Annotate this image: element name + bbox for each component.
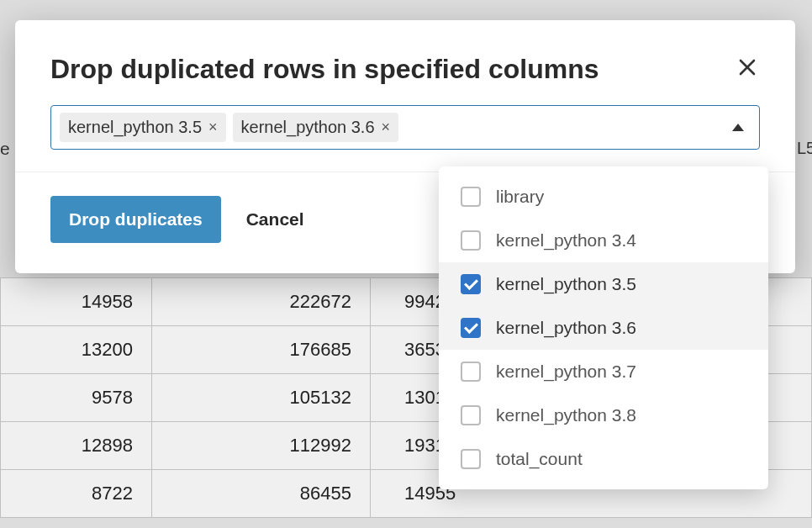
- close-button[interactable]: [735, 54, 760, 84]
- dropdown-option[interactable]: kernel_python 3.6: [439, 306, 768, 350]
- column-header-fragment: e: [0, 139, 10, 159]
- option-label: kernel_python 3.8: [496, 405, 636, 425]
- column-header-fragment: L5: [797, 139, 812, 158]
- checkbox[interactable]: [461, 362, 481, 382]
- chip-remove-icon[interactable]: ×: [208, 119, 218, 136]
- cancel-button[interactable]: Cancel: [246, 209, 304, 230]
- chevron-up-icon: [732, 124, 744, 131]
- option-label: kernel_python 3.6: [496, 318, 636, 338]
- dropdown-option[interactable]: total_count: [439, 437, 768, 481]
- cell: 222672: [152, 277, 371, 325]
- option-label: kernel_python 3.5: [496, 274, 636, 294]
- checkbox[interactable]: [461, 318, 481, 338]
- cell: 9578: [1, 373, 152, 421]
- dropdown-option[interactable]: kernel_python 3.8: [439, 393, 768, 437]
- close-icon: [738, 58, 757, 77]
- cell: 13200: [1, 325, 152, 373]
- chip: kernel_python 3.5 ×: [60, 113, 226, 142]
- option-label: kernel_python 3.7: [496, 362, 636, 382]
- dropdown-option[interactable]: library: [439, 175, 768, 219]
- dropdown-option[interactable]: kernel_python 3.7: [439, 350, 768, 393]
- cell: 105132: [152, 373, 371, 421]
- cell: 176685: [152, 325, 371, 373]
- checkbox[interactable]: [461, 274, 481, 294]
- columns-dropdown: librarykernel_python 3.4kernel_python 3.…: [439, 166, 768, 489]
- modal-title: Drop duplicated rows in specified column…: [50, 54, 599, 85]
- cell: 14958: [1, 277, 152, 325]
- checkbox[interactable]: [461, 230, 481, 251]
- cell: 86455: [152, 469, 371, 517]
- checkbox[interactable]: [461, 405, 481, 425]
- option-label: total_count: [496, 449, 583, 469]
- chip-label: kernel_python 3.5: [68, 118, 202, 137]
- drop-duplicates-button[interactable]: Drop duplicates: [50, 196, 221, 243]
- chip: kernel_python 3.6 ×: [233, 113, 399, 142]
- chip-remove-icon[interactable]: ×: [382, 119, 391, 136]
- cell: 112992: [152, 421, 371, 469]
- columns-multiselect[interactable]: kernel_python 3.5 × kernel_python 3.6 ×: [50, 105, 760, 150]
- dropdown-toggle[interactable]: [725, 124, 751, 131]
- dropdown-option[interactable]: kernel_python 3.4: [439, 219, 768, 262]
- checkbox[interactable]: [461, 449, 481, 469]
- checkbox[interactable]: [461, 187, 481, 207]
- dropdown-option[interactable]: kernel_python 3.5: [439, 262, 768, 306]
- option-label: library: [496, 187, 544, 207]
- cell: 12898: [1, 421, 152, 469]
- chip-label: kernel_python 3.6: [241, 118, 375, 137]
- cell: 8722: [1, 469, 152, 517]
- option-label: kernel_python 3.4: [496, 230, 636, 251]
